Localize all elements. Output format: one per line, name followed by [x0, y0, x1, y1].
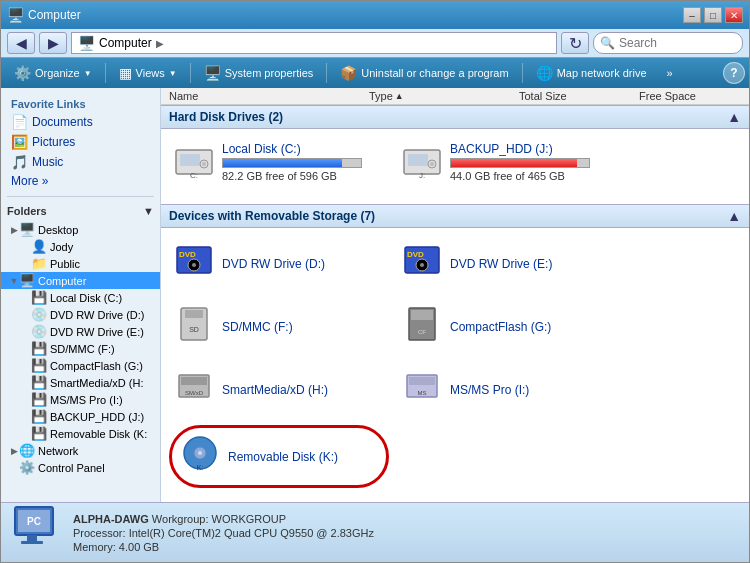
sidebar-item-pictures[interactable]: 🖼️ Pictures — [5, 132, 156, 152]
scroll-area: Hard Disk Drives (2) ▲ C: — [161, 105, 749, 502]
close-button[interactable]: ✕ — [725, 7, 743, 23]
music-icon: 🎵 — [11, 154, 28, 170]
toolbar-sep-3 — [326, 63, 327, 83]
local-disk-c-name: Local Disk (C:) — [222, 142, 384, 156]
svg-point-32 — [198, 451, 202, 455]
tree-item-network[interactable]: ▶ 🌐 Network — [1, 442, 160, 459]
removable-collapse-button[interactable]: ▲ — [727, 208, 741, 224]
msms-i-name: MS/MS Pro (I:) — [450, 383, 529, 397]
tree-item-computer[interactable]: ▼ 🖥️ Computer — [1, 272, 160, 289]
search-icon: 🔍 — [600, 36, 615, 50]
removable-k-name: Removable Disk (K:) — [228, 450, 338, 464]
search-input[interactable] — [619, 36, 719, 50]
dvd-e-name: DVD RW Drive (E:) — [450, 257, 552, 271]
status-computer-name: ALPHA-DAWG — [73, 513, 149, 525]
smartmedia-icon: 💾 — [31, 375, 47, 390]
tree-item-desktop[interactable]: ▶ 🖥️ Desktop — [1, 221, 160, 238]
col-size[interactable]: Total Size — [519, 90, 639, 102]
help-button[interactable]: ? — [723, 62, 745, 84]
computer-icon: 🖥️ — [19, 273, 35, 288]
svg-text:PC: PC — [27, 516, 41, 527]
svg-text:CF: CF — [418, 329, 426, 335]
address-input[interactable]: 🖥️ Computer ▶ — [71, 32, 557, 54]
drive-local-disk-c[interactable]: C: Local Disk (C:) 82.2 GB free of 596 G… — [169, 137, 389, 196]
title-bar: 🖥️ Computer – □ ✕ — [1, 1, 749, 29]
col-name[interactable]: Name — [169, 90, 369, 102]
backup-hdd-j-progress-bar — [450, 158, 590, 168]
svg-rect-25 — [181, 377, 207, 385]
tree-item-local-disk-c[interactable]: 💾 Local Disk (C:) — [1, 289, 160, 306]
device-smartmedia-h[interactable]: SM/xD SmartMedia/xD (H:) — [169, 362, 389, 417]
search-box[interactable]: 🔍 — [593, 32, 743, 54]
folder-tree: ▶ 🖥️ Desktop 👤 Jody 📁 Public ▼ 🖥️ — [1, 221, 160, 502]
device-removable-k[interactable]: K: Removable Disk (K:) — [169, 425, 389, 488]
tree-item-public[interactable]: 📁 Public — [1, 255, 160, 272]
uninstall-icon: 📦 — [340, 65, 357, 81]
back-button[interactable]: ◀ — [7, 32, 35, 54]
system-properties-icon: 🖥️ — [204, 65, 221, 81]
compactflash-g-icon: CF — [402, 304, 442, 349]
more-toolbar-button[interactable]: » — [658, 61, 682, 85]
status-memory-line: Memory: 4.00 GB — [73, 541, 374, 553]
organize-button[interactable]: ⚙️ Organize ▼ — [5, 61, 101, 85]
control-panel-icon: ⚙️ — [19, 460, 35, 475]
tree-item-compactflash[interactable]: 💾 CompactFlash (G:) — [1, 357, 160, 374]
device-msms-i[interactable]: MS MS/MS Pro (I:) — [397, 362, 617, 417]
tree-item-jody[interactable]: 👤 Jody — [1, 238, 160, 255]
sidebar: Favorite Links 📄 Documents 🖼️ Pictures 🎵… — [1, 88, 161, 502]
svg-text:DVD: DVD — [179, 250, 196, 259]
smartmedia-h-name: SmartMedia/xD (H:) — [222, 383, 328, 397]
sdmmc-f-icon: SD — [174, 304, 214, 349]
forward-button[interactable]: ▶ — [39, 32, 67, 54]
local-disk-c-icon: C: — [174, 142, 214, 191]
tree-item-dvd-e[interactable]: 💿 DVD RW Drive (E:) — [1, 323, 160, 340]
jody-icon: 👤 — [31, 239, 47, 254]
device-compactflash-g[interactable]: CF CompactFlash (G:) — [397, 299, 617, 354]
svg-rect-6 — [408, 154, 428, 166]
tree-item-control-panel[interactable]: ⚙️ Control Panel — [1, 459, 160, 476]
backup-hdd-j-progress-fill — [451, 159, 577, 167]
drive-backup-hdd-j[interactable]: J: BACKUP_HDD (J:) 44.0 GB free of 465 G… — [397, 137, 617, 196]
hard-disk-collapse-button[interactable]: ▲ — [727, 109, 741, 125]
sidebar-item-documents[interactable]: 📄 Documents — [5, 112, 156, 132]
local-disk-c-icon: 💾 — [31, 290, 47, 305]
local-disk-c-progress-fill — [223, 159, 342, 167]
tree-item-msms[interactable]: 💾 MS/MS Pro (I:) — [1, 391, 160, 408]
map-network-button[interactable]: 🌐 Map network drive — [527, 61, 656, 85]
column-headers: Name Type ▲ Total Size Free Space — [161, 88, 749, 105]
address-icon: 🖥️ — [78, 35, 95, 51]
svg-text:K:: K: — [197, 464, 204, 471]
local-disk-c-space: 82.2 GB free of 596 GB — [222, 170, 384, 182]
public-icon: 📁 — [31, 256, 47, 271]
sidebar-item-music[interactable]: 🎵 Music — [5, 152, 156, 172]
device-dvd-e[interactable]: DVD DVD RW Drive (E:) — [397, 236, 617, 291]
tree-item-removable-k[interactable]: 💾 Removable Disk (K: — [1, 425, 160, 442]
svg-text:MS: MS — [418, 390, 427, 396]
sidebar-more-button[interactable]: More » — [5, 172, 156, 190]
desktop-icon: 🖥️ — [19, 222, 35, 237]
device-sdmmc-f[interactable]: SD SD/MMC (F:) — [169, 299, 389, 354]
dvd-e-icon: 💿 — [31, 324, 47, 339]
content-area: Name Type ▲ Total Size Free Space Hard D… — [161, 88, 749, 502]
minimize-button[interactable]: – — [683, 7, 701, 23]
tree-item-sdmmc[interactable]: 💾 SD/MMC (F:) — [1, 340, 160, 357]
svg-rect-36 — [27, 535, 37, 541]
col-free[interactable]: Free Space — [639, 90, 741, 102]
tree-item-dvd-d[interactable]: 💿 DVD RW Drive (D:) — [1, 306, 160, 323]
device-dvd-d[interactable]: DVD DVD RW Drive (D:) — [169, 236, 389, 291]
uninstall-button[interactable]: 📦 Uninstall or change a program — [331, 61, 517, 85]
smartmedia-h-icon: SM/xD — [174, 367, 214, 412]
tree-item-backup-hdd[interactable]: 💾 BACKUP_HDD (J:) — [1, 408, 160, 425]
status-bar: PC ALPHA-DAWG Workgroup: WORKGROUP Proce… — [1, 502, 749, 562]
explorer-window: 🖥️ Computer – □ ✕ ◀ ▶ 🖥️ Computer ▶ ↻ 🔍 … — [0, 0, 750, 563]
maximize-button[interactable]: □ — [704, 7, 722, 23]
system-properties-button[interactable]: 🖥️ System properties — [195, 61, 323, 85]
views-button[interactable]: ▦ Views ▼ — [110, 61, 186, 85]
tree-item-smartmedia[interactable]: 💾 SmartMedia/xD (H: — [1, 374, 160, 391]
msms-icon: 💾 — [31, 392, 47, 407]
sort-icon: ▲ — [395, 91, 404, 101]
col-type[interactable]: Type ▲ — [369, 90, 519, 102]
backup-hdd-j-info: BACKUP_HDD (J:) 44.0 GB free of 465 GB — [450, 142, 612, 182]
folders-header[interactable]: Folders ▼ — [1, 201, 160, 221]
refresh-button[interactable]: ↻ — [561, 32, 589, 54]
